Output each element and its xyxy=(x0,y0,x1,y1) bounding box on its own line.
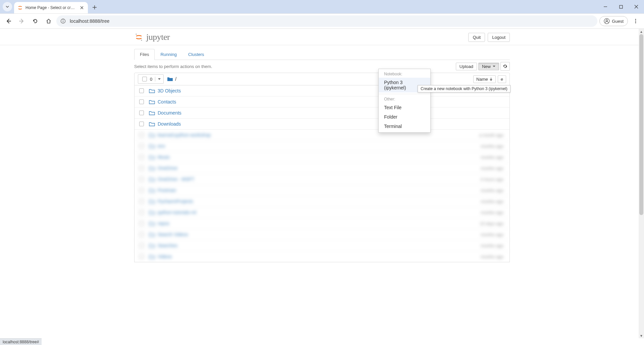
dropdown-item-textfile[interactable]: Text File xyxy=(379,103,430,112)
browser-menu-button[interactable] xyxy=(630,15,641,27)
list-item[interactable]: OneDrivemonths ago xyxy=(135,163,509,174)
refresh-button[interactable] xyxy=(500,62,510,71)
list-item[interactable]: learned-python-workshopa month ago xyxy=(135,130,509,141)
row-checkbox[interactable] xyxy=(139,155,144,159)
item-name-link[interactable]: Postman xyxy=(158,188,176,193)
row-checkbox[interactable] xyxy=(139,221,144,226)
row-checkbox[interactable] xyxy=(139,254,144,259)
window-close-button[interactable] xyxy=(629,1,644,12)
list-item[interactable]: Musicmonths ago xyxy=(135,152,509,163)
url-input[interactable] xyxy=(69,18,593,24)
vertical-scrollbar[interactable]: ▲ ▼ xyxy=(639,29,644,338)
scrollbar-thumb[interactable] xyxy=(639,34,643,215)
item-name-link[interactable]: PycharmProjects xyxy=(158,199,193,204)
row-checkbox[interactable] xyxy=(139,243,144,248)
item-name-link[interactable]: Contacts xyxy=(158,99,176,105)
dropdown-item-folder[interactable]: Folder xyxy=(379,112,430,122)
profile-chip[interactable]: Guest xyxy=(599,16,628,26)
row-checkbox[interactable] xyxy=(139,88,144,93)
list-item[interactable]: OneDrive - MSFT4 hours ago xyxy=(135,174,509,185)
breadcrumb-root[interactable]: / xyxy=(175,76,176,82)
svg-point-10 xyxy=(141,40,142,41)
home-button[interactable] xyxy=(43,15,54,27)
row-checkbox[interactable] xyxy=(139,232,144,237)
item-modified: months ago xyxy=(481,210,506,215)
item-name-link[interactable]: Music xyxy=(158,154,170,160)
list-item[interactable]: repos10 days ago xyxy=(135,218,509,229)
row-checkbox[interactable] xyxy=(139,210,144,215)
row-checkbox[interactable] xyxy=(139,188,144,193)
item-name-link[interactable]: Downloads xyxy=(158,121,181,127)
row-checkbox[interactable] xyxy=(139,166,144,170)
item-modified: months ago xyxy=(481,155,506,160)
select-menu-caret[interactable] xyxy=(155,77,163,81)
list-item[interactable]: python-tutorials-mlmonths ago xyxy=(135,207,509,218)
item-name-link[interactable]: Documents xyxy=(158,110,181,116)
new-dropdown-button[interactable]: New xyxy=(478,63,499,70)
home-icon xyxy=(46,18,52,24)
list-item[interactable]: Searchesmonths ago xyxy=(135,240,509,251)
window-minimize-button[interactable] xyxy=(598,1,613,12)
scrollbar-down-button[interactable]: ▼ xyxy=(639,333,644,338)
file-list: 3D Objects Contacts Documents Downloads xyxy=(134,85,510,262)
item-name-link[interactable]: env xyxy=(158,143,165,149)
scrollbar-up-button[interactable]: ▲ xyxy=(639,29,644,34)
list-item[interactable]: Postmanmonths ago xyxy=(135,185,509,196)
row-checkbox[interactable] xyxy=(139,199,144,204)
close-icon xyxy=(80,6,84,9)
list-item[interactable]: envmonths ago xyxy=(135,141,509,152)
row-checkbox[interactable] xyxy=(139,144,144,148)
dropdown-separator xyxy=(379,94,430,94)
folder-icon xyxy=(149,166,155,170)
quit-button[interactable]: Quit xyxy=(468,33,485,42)
row-checkbox[interactable] xyxy=(139,111,144,115)
item-modified: months ago xyxy=(481,254,506,259)
jupyter-logo[interactable]: jupyter xyxy=(134,32,170,42)
item-modified: 4 hours ago xyxy=(480,177,506,182)
item-name-link[interactable]: python-tutorials-ml xyxy=(158,210,196,215)
item-name-link[interactable]: 3D Objects xyxy=(158,88,181,93)
list-item[interactable]: Search Videosmonths ago xyxy=(135,229,509,240)
list-item[interactable]: Downloads xyxy=(135,119,509,130)
forward-button[interactable] xyxy=(16,15,28,27)
browser-tab[interactable]: Home Page - Select or create a xyxy=(14,2,88,13)
item-name-link[interactable]: OneDrive xyxy=(158,165,177,171)
folder-icon xyxy=(149,232,155,237)
list-item[interactable]: Videosmonths ago xyxy=(135,251,509,262)
list-item[interactable]: PycharmProjectsmonths ago xyxy=(135,196,509,207)
folder-icon xyxy=(149,144,155,148)
item-name-link[interactable]: Videos xyxy=(158,254,172,259)
tab-search-button[interactable] xyxy=(3,2,12,11)
folder-icon xyxy=(149,177,155,182)
new-tab-button[interactable] xyxy=(90,3,99,12)
folder-icon xyxy=(149,88,155,93)
back-button[interactable] xyxy=(3,15,14,27)
sort-size-button[interactable]: e xyxy=(498,75,506,83)
dropdown-item-terminal[interactable]: Terminal xyxy=(379,122,430,131)
item-name-link[interactable]: repos xyxy=(158,221,169,226)
breadcrumb-folder-icon[interactable] xyxy=(167,77,173,81)
tab-clusters[interactable]: Clusters xyxy=(182,49,210,60)
tab-running[interactable]: Running xyxy=(155,49,182,60)
upload-button[interactable]: Upload xyxy=(456,63,477,70)
reload-icon xyxy=(32,18,38,24)
item-name-link[interactable]: OneDrive - MSFT xyxy=(158,177,195,182)
row-checkbox[interactable] xyxy=(139,177,144,182)
list-item[interactable]: Contacts xyxy=(135,96,509,108)
sort-name-button[interactable]: Name xyxy=(473,75,496,83)
reload-button[interactable] xyxy=(30,15,41,27)
site-info-icon[interactable] xyxy=(60,18,66,24)
row-checkbox[interactable] xyxy=(139,99,144,104)
row-checkbox[interactable] xyxy=(139,133,144,137)
item-name-link[interactable]: learned-python-workshop xyxy=(158,132,211,138)
address-bar[interactable] xyxy=(56,15,597,27)
item-name-link[interactable]: Search Videos xyxy=(158,232,188,237)
tab-close-button[interactable] xyxy=(79,5,85,10)
select-all-checkbox[interactable] xyxy=(142,77,147,81)
row-checkbox[interactable] xyxy=(139,122,144,126)
list-item[interactable]: Documents xyxy=(135,108,509,119)
logout-button[interactable]: Logout xyxy=(488,33,510,42)
item-name-link[interactable]: Searches xyxy=(158,243,177,248)
window-maximize-button[interactable] xyxy=(613,1,629,12)
tab-files[interactable]: Files xyxy=(134,49,155,60)
